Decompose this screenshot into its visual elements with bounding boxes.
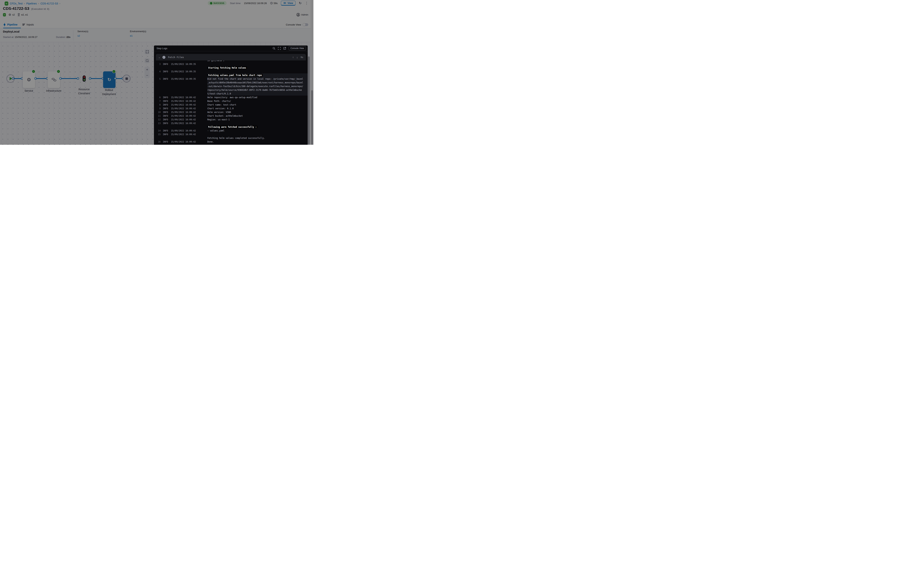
log-level: INFO <box>163 99 170 103</box>
log-level: INFO <box>163 103 170 107</box>
log-row: t/test-chart/0.1.0 <box>156 92 308 96</box>
log-message: -out/darwin-fastbuild/bin/260-delegate/e… <box>207 85 308 88</box>
log-level <box>163 88 170 92</box>
log-level: INFO <box>163 96 170 99</box>
spacer <box>154 51 308 54</box>
log-line-number <box>156 61 161 62</box>
log-level <box>163 81 170 85</box>
pipeline-execution-page: ∞ CFDs_Test › Pipelines › CDS-41722-S3 ›… <box>0 0 313 145</box>
log-message: Chart bucket: achhelmbucket <box>207 114 308 118</box>
scroll-to-top-icon[interactable]: ↑ <box>292 56 294 59</box>
log-row: 3INFO15/09/2022 16:09:35 <box>156 62 308 66</box>
log-row: 13INFO15/09/2022 16:09:42 <box>156 121 308 125</box>
open-in-new-icon[interactable] <box>283 47 286 50</box>
log-message: Region: us-east-1 <box>207 118 308 121</box>
log-row: 16INFO15/09/2022 16:09:42Done. <box>156 140 308 144</box>
log-level <box>163 92 170 96</box>
log-timestamp <box>171 66 199 70</box>
log-message: repository/helm/source/93602db7-89f2-317… <box>207 88 308 92</box>
log-line-number: 12 <box>156 118 161 121</box>
log-row: Fetching values.yaml from helm chart rep… <box>156 74 308 77</box>
log-level: INFO <box>163 114 170 118</box>
log-timestamp: 15/09/2022 16:09:42 <box>171 103 199 107</box>
log-message: Chart name: test-chart <box>207 103 308 107</box>
log-level: INFO <box>163 110 170 114</box>
log-timestamp: 15/09/2022 16:09:42 <box>171 96 199 99</box>
log-level: INFO <box>163 132 170 136</box>
log-line-number: 10 <box>156 110 161 114</box>
log-line-number: 8 <box>156 103 161 107</box>
log-row: 8INFO15/09/2022 16:09:42Chart name: test… <box>156 103 308 107</box>
step-logs-panel: Step Logs Console View ⌄ ✓ Fetch Fil <box>154 46 308 145</box>
step-logs-title: Step Logs <box>157 47 273 50</box>
log-line-number: 14 <box>156 129 161 132</box>
log-message: Helm repository: aws-qa-setup-modified <box>207 96 308 99</box>
log-row: 9INFO15/09/2022 16:09:42Chart version: 0… <box>156 107 308 110</box>
log-scrollbar[interactable] <box>308 46 310 145</box>
log-message: Chart version: 0.1.0 <box>207 107 308 110</box>
log-timestamp: 15/09/2022 16:09:42 <box>171 121 199 125</box>
log-message <box>207 132 308 136</box>
log-timestamp: 15/09/2022 16:09:42 <box>171 114 199 118</box>
log-timestamp <box>171 81 199 85</box>
log-line-number: 4 <box>156 70 161 74</box>
chevron-down-icon[interactable]: ⌄ <box>158 56 160 59</box>
log-message: Did not find the chart and version in lo… <box>207 77 308 81</box>
log-line-number: 9 <box>156 107 161 110</box>
log-line-number: 5 <box>156 77 161 81</box>
log-line-number: 7 <box>156 99 161 103</box>
log-line-number <box>156 85 161 88</box>
log-message-highlight: Starting fetching Helm values <box>207 67 247 69</box>
log-timestamp: 15/09/2022 16:09:42 <box>171 129 199 132</box>
log-timestamp: 15/09/2022 16:09:42 <box>171 140 199 144</box>
log-row: _achyuth/d605e19b46448ceaacb01fb4c19633a… <box>156 81 308 85</box>
expand-icon[interactable] <box>278 47 281 50</box>
log-level <box>163 85 170 88</box>
log-level: INFO <box>163 62 170 66</box>
log-row: 4INFO15/09/2022 16:09:35 <box>156 70 308 74</box>
log-level <box>163 74 170 77</box>
log-message: _achyuth/d605e19b46448ceaacb01fb4c19633a… <box>207 81 308 85</box>
log-message <box>207 121 308 125</box>
log-timestamp <box>171 92 199 96</box>
console-view-button[interactable]: Console View <box>289 46 306 50</box>
log-line-number: 13 <box>156 121 161 125</box>
log-timestamp: 15/09/2022 16:09:42 <box>171 107 199 110</box>
log-message <box>207 62 308 66</box>
log-line-number <box>156 136 161 140</box>
log-timestamp: 15/09/2022 16:09:35 <box>171 77 199 81</box>
log-timestamp <box>171 88 199 92</box>
log-scrollbar-thumb[interactable] <box>308 56 310 145</box>
log-timestamp <box>171 125 199 129</box>
log-row: in git/helm ) <box>156 61 308 62</box>
fetch-files-section-header[interactable]: ⌄ ✓ Fetch Files ↑ ↓ 9s <box>156 54 306 61</box>
log-message: t/test-chart/0.1.0 <box>207 92 308 96</box>
log-message: Done. <box>207 140 308 144</box>
step-success-icon: ✓ <box>162 56 165 59</box>
log-line-number <box>156 125 161 129</box>
log-timestamp: 15/09/2022 16:09:42 <box>171 110 199 114</box>
log-level <box>163 136 170 140</box>
log-row: repository/helm/source/93602db7-89f2-317… <box>156 88 308 92</box>
log-line-number: 6 <box>156 96 161 99</box>
log-row: -out/darwin-fastbuild/bin/260-delegate/e… <box>156 85 308 88</box>
log-timestamp: 15/09/2022 16:09:42 <box>171 99 199 103</box>
log-message: Starting fetching Helm values <box>207 66 308 70</box>
log-message: - values.yaml <box>207 129 308 132</box>
scroll-to-bottom-icon[interactable]: ↓ <box>297 56 298 59</box>
log-timestamp: 15/09/2022 16:09:35 <box>171 62 199 66</box>
log-row: 7INFO15/09/2022 16:09:42Base Path: chart… <box>156 99 308 103</box>
log-level: INFO <box>163 107 170 110</box>
log-level <box>163 125 170 129</box>
log-line-number <box>156 92 161 96</box>
log-message <box>207 70 308 74</box>
log-row: Following were fetched successfully : <box>156 125 308 129</box>
log-level: INFO <box>163 118 170 121</box>
log-line-number: 3 <box>156 62 161 66</box>
step-name: Fetch Files <box>168 56 292 59</box>
log-line-number: 16 <box>156 140 161 144</box>
search-icon[interactable] <box>273 47 275 50</box>
log-lines[interactable]: in git/helm )3INFO15/09/2022 16:09:35Sta… <box>154 61 308 145</box>
log-line-number <box>156 66 161 70</box>
step-duration: 9s <box>301 56 303 59</box>
